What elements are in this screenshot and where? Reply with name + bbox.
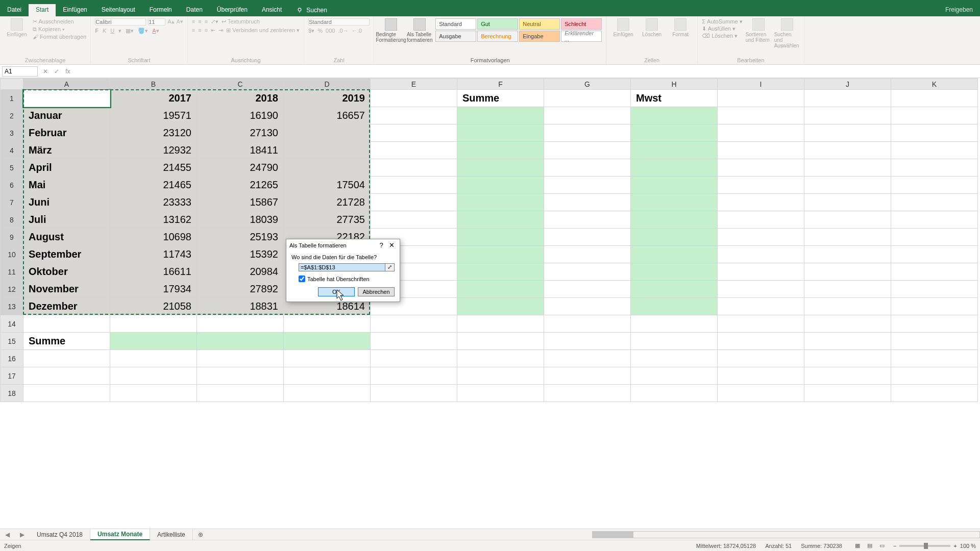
cell-style-schlecht[interactable]: Schlecht (561, 18, 602, 30)
cell-G1[interactable] (544, 90, 631, 107)
cell-K14[interactable] (891, 315, 978, 333)
cell-H6[interactable] (631, 177, 718, 194)
cancel-button[interactable]: Abbrechen (358, 287, 395, 296)
cell-K16[interactable] (891, 350, 978, 367)
cell-J2[interactable] (804, 107, 891, 124)
cell-D18[interactable] (284, 385, 371, 402)
row-header-18[interactable]: 18 (1, 385, 23, 402)
cell-F2[interactable] (457, 107, 544, 124)
cell-B18[interactable] (110, 385, 197, 402)
cell-F13[interactable] (457, 298, 544, 315)
row-header-1[interactable]: 1 (1, 90, 23, 107)
percent-icon[interactable]: % (317, 28, 323, 34)
find-select-button[interactable]: Suchen und Auswählen (774, 18, 800, 48)
cell-H15[interactable] (631, 333, 718, 350)
table-range-input[interactable] (299, 263, 385, 271)
cell-F10[interactable] (457, 246, 544, 263)
cell-E17[interactable] (371, 367, 457, 385)
cell-B10[interactable]: 11743 (110, 246, 197, 263)
cell-I18[interactable] (718, 385, 804, 402)
cell-J16[interactable] (804, 350, 891, 367)
cell-E1[interactable] (371, 90, 457, 107)
sheet-tab-3[interactable]: Artikelliste (150, 530, 193, 540)
cell-C6[interactable]: 21265 (197, 177, 284, 194)
conditional-formatting-button[interactable]: Bedingte Formatierung (378, 18, 404, 43)
cell-B15[interactable] (110, 333, 197, 350)
dec-decimal-icon[interactable]: ←.0 (352, 28, 362, 34)
view-layout-icon[interactable]: ▤ (864, 542, 876, 549)
cell-A14[interactable] (23, 315, 110, 333)
cell-J5[interactable] (804, 159, 891, 177)
ok-button[interactable]: OK (318, 287, 355, 296)
cell-E6[interactable] (371, 177, 457, 194)
cell-H1[interactable]: Mwst (631, 90, 718, 107)
row-header-7[interactable]: 7 (1, 194, 23, 211)
view-pagebreak-icon[interactable]: ▭ (876, 542, 888, 549)
align-center-icon[interactable]: ≡ (198, 27, 201, 34)
cell-I14[interactable] (718, 315, 804, 333)
formula-input[interactable] (74, 70, 980, 72)
insert-cells-button[interactable]: Einfügen (610, 18, 636, 37)
align-bot-icon[interactable]: ≡ (205, 18, 208, 25)
cell-J15[interactable] (804, 333, 891, 350)
cell-J13[interactable] (804, 298, 891, 315)
cell-K10[interactable] (891, 246, 978, 263)
cell-J6[interactable] (804, 177, 891, 194)
cell-C9[interactable]: 25193 (197, 229, 284, 246)
cell-E3[interactable] (371, 124, 457, 142)
cell-H14[interactable] (631, 315, 718, 333)
cell-J1[interactable] (804, 90, 891, 107)
cell-K2[interactable] (891, 107, 978, 124)
cell-F7[interactable] (457, 194, 544, 211)
row-header-14[interactable]: 14 (1, 315, 23, 333)
row-header-6[interactable]: 6 (1, 177, 23, 194)
cell-A8[interactable]: Juli (23, 211, 110, 229)
cell-C8[interactable]: 18039 (197, 211, 284, 229)
cell-J3[interactable] (804, 124, 891, 142)
cell-G6[interactable] (544, 177, 631, 194)
cell-A13[interactable]: Dezember (23, 298, 110, 315)
cell-G3[interactable] (544, 124, 631, 142)
cell-A6[interactable]: Mai (23, 177, 110, 194)
cell-C7[interactable]: 15867 (197, 194, 284, 211)
cell-G14[interactable] (544, 315, 631, 333)
cell-I6[interactable] (718, 177, 804, 194)
sort-filter-button[interactable]: Sortieren und Filtern (746, 18, 771, 43)
font-name-input[interactable] (95, 18, 146, 26)
cell-A7[interactable]: Juni (23, 194, 110, 211)
col-header-F[interactable]: F (457, 79, 544, 90)
cell-C17[interactable] (197, 367, 284, 385)
cell-G18[interactable] (544, 385, 631, 402)
cell-D17[interactable] (284, 367, 371, 385)
cell-F14[interactable] (457, 315, 544, 333)
cell-A4[interactable]: März (23, 142, 110, 159)
cell-C14[interactable] (197, 315, 284, 333)
cell-B11[interactable]: 16611 (110, 263, 197, 281)
cell-I4[interactable] (718, 142, 804, 159)
delete-cells-button[interactable]: Löschen (639, 18, 665, 37)
share-button[interactable]: Freigeben (938, 4, 980, 16)
fx-icon[interactable]: fx (62, 68, 74, 75)
cell-D5[interactable] (284, 159, 371, 177)
cell-A3[interactable]: Februar (23, 124, 110, 142)
row-header-5[interactable]: 5 (1, 159, 23, 177)
cell-B17[interactable] (110, 367, 197, 385)
cell-K15[interactable] (891, 333, 978, 350)
cell-H9[interactable] (631, 229, 718, 246)
borders-button[interactable]: ▦▾ (126, 28, 134, 34)
row-header-12[interactable]: 12 (1, 281, 23, 298)
cell-C10[interactable]: 15392 (197, 246, 284, 263)
cell-E7[interactable] (371, 194, 457, 211)
cell-A18[interactable] (23, 385, 110, 402)
cell-E18[interactable] (371, 385, 457, 402)
align-left-icon[interactable]: ≡ (192, 27, 195, 34)
cell-H11[interactable] (631, 263, 718, 281)
row-header-3[interactable]: 3 (1, 124, 23, 142)
decrease-indent-icon[interactable]: ⇤ (211, 27, 215, 34)
cell-F5[interactable] (457, 159, 544, 177)
cell-E14[interactable] (371, 315, 457, 333)
range-selector-icon[interactable]: ⤢ (385, 263, 395, 271)
cell-I3[interactable] (718, 124, 804, 142)
cell-K1[interactable] (891, 90, 978, 107)
cell-A15[interactable]: Summe (23, 333, 110, 350)
